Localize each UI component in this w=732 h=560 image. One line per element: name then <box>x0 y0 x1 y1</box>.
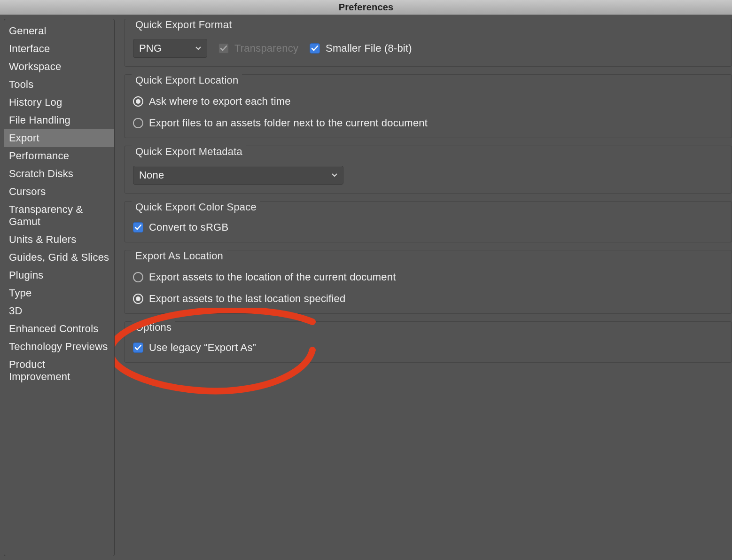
radio-icon <box>133 294 143 304</box>
radio-label: Export assets to the location of the cur… <box>149 271 396 283</box>
sidebar-item-workspace[interactable]: Workspace <box>4 58 114 76</box>
smaller-file-label: Smaller File (8-bit) <box>326 42 412 54</box>
sidebar-item-tools[interactable]: Tools <box>4 76 114 93</box>
check-icon <box>133 222 143 233</box>
sidebar-item-performance[interactable]: Performance <box>4 147 114 165</box>
radio-icon <box>133 118 143 128</box>
chevron-down-icon <box>195 46 201 51</box>
section-legend: Quick Export Format <box>132 19 236 31</box>
sidebar-item-export[interactable]: Export <box>4 129 114 147</box>
sidebar-item-guides-grid-slices[interactable]: Guides, Grid & Slices <box>4 249 114 266</box>
sidebar-item-plugins[interactable]: Plugins <box>4 266 114 284</box>
section-quick-export-color-space: Quick Export Color Space Convert to sRGB <box>124 201 732 242</box>
sidebar-item-history-log[interactable]: History Log <box>4 93 114 111</box>
section-quick-export-location: Quick Export Location Ask where to expor… <box>124 74 732 138</box>
section-legend: Quick Export Metadata <box>132 146 246 158</box>
legacy-export-as-checkbox[interactable]: Use legacy “Export As” <box>133 342 256 354</box>
smaller-file-checkbox[interactable]: Smaller File (8-bit) <box>310 42 412 54</box>
radio-icon <box>133 272 143 282</box>
metadata-select[interactable]: None <box>133 166 343 185</box>
sidebar-item-enhanced-controls[interactable]: Enhanced Controls <box>4 320 114 338</box>
check-icon <box>133 342 143 353</box>
sidebar-item-product-improvement[interactable]: Product Improvement <box>4 356 114 386</box>
transparency-checkbox: Transparency <box>218 42 298 54</box>
sidebar-item-scratch-disks[interactable]: Scratch Disks <box>4 165 114 183</box>
sidebar-item-units-rulers[interactable]: Units & Rulers <box>4 231 114 249</box>
section-legend: Quick Export Location <box>132 74 242 86</box>
sidebar-item-technology-previews[interactable]: Technology Previews <box>4 338 114 356</box>
convert-srgb-label: Convert to sRGB <box>149 221 228 233</box>
check-icon <box>310 43 320 54</box>
window-title: Preferences <box>339 2 394 12</box>
convert-srgb-checkbox[interactable]: Convert to sRGB <box>133 221 228 233</box>
sidebar-item-general[interactable]: General <box>4 22 114 40</box>
window-titlebar: Preferences <box>0 0 732 15</box>
format-select-value: PNG <box>139 42 162 54</box>
sidebar-item-transparency-gamut[interactable]: Transparency & Gamut <box>4 201 114 231</box>
section-export-as-location: Export As Location Export assets to the … <box>124 250 732 314</box>
radio-icon <box>133 96 143 107</box>
sidebar-item-3d[interactable]: 3D <box>4 302 114 320</box>
radio-assets-folder[interactable]: Export files to an assets folder next to… <box>133 117 723 129</box>
chevron-down-icon <box>332 172 337 178</box>
legacy-export-as-label: Use legacy “Export As” <box>149 342 256 354</box>
radio-current-doc-location[interactable]: Export assets to the location of the cur… <box>133 271 723 283</box>
radio-label: Export files to an assets folder next to… <box>149 117 428 129</box>
sidebar-item-file-handling[interactable]: File Handling <box>4 111 114 129</box>
sidebar-item-cursors[interactable]: Cursors <box>4 183 114 201</box>
sidebar-item-type[interactable]: Type <box>4 284 114 302</box>
metadata-select-value: None <box>139 169 164 181</box>
section-quick-export-format: Quick Export Format PNG Transparency <box>124 19 732 67</box>
main-panel: Quick Export Format PNG Transparency <box>115 19 732 556</box>
radio-ask-each-time[interactable]: Ask where to export each time <box>133 95 723 108</box>
radio-label: Ask where to export each time <box>149 95 291 108</box>
section-legend: Export As Location <box>132 250 227 262</box>
section-legend: Options <box>132 321 175 334</box>
section-legend: Quick Export Color Space <box>132 201 260 213</box>
sidebar-item-interface[interactable]: Interface <box>4 40 114 58</box>
radio-last-location[interactable]: Export assets to the last location speci… <box>133 293 723 305</box>
radio-label: Export assets to the last location speci… <box>149 293 345 305</box>
section-options: Options Use legacy “Export As” <box>124 321 732 363</box>
window-body: General Interface Workspace Tools Histor… <box>0 15 732 560</box>
format-select[interactable]: PNG <box>133 39 207 58</box>
transparency-label: Transparency <box>234 42 298 54</box>
section-quick-export-metadata: Quick Export Metadata None <box>124 146 732 194</box>
preferences-sidebar: General Interface Workspace Tools Histor… <box>4 19 115 556</box>
check-icon <box>218 43 229 54</box>
